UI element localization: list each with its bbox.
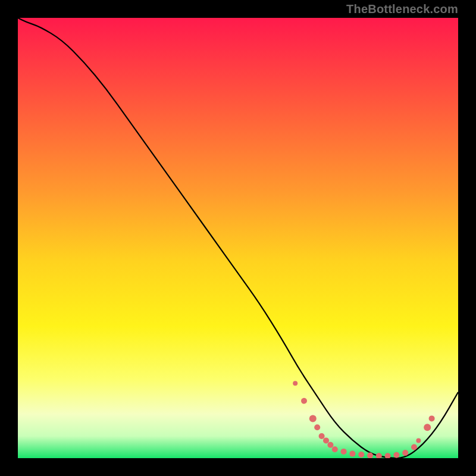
marker-dot (332, 446, 338, 452)
marker-dot (341, 449, 347, 455)
plot-area (18, 18, 458, 458)
marker-dot (349, 451, 355, 457)
marker-dot (323, 437, 329, 443)
marker-dot (309, 415, 317, 422)
marker-dot (429, 415, 435, 421)
marker-dot (301, 398, 307, 404)
marker-dot (358, 452, 364, 458)
marker-dot (411, 444, 417, 450)
marker-dot (424, 424, 431, 431)
gradient-background (18, 18, 458, 458)
plot-svg (18, 18, 458, 458)
marker-dot (393, 452, 399, 458)
marker-dot (327, 442, 333, 448)
marker-dot (293, 381, 298, 386)
marker-dot (314, 424, 320, 430)
marker-dot (416, 438, 421, 443)
marker-dot (319, 433, 325, 439)
watermark-text: TheBottleneck.com (346, 2, 458, 16)
chart-frame: TheBottleneck.com (0, 0, 476, 476)
marker-dot (402, 450, 408, 456)
